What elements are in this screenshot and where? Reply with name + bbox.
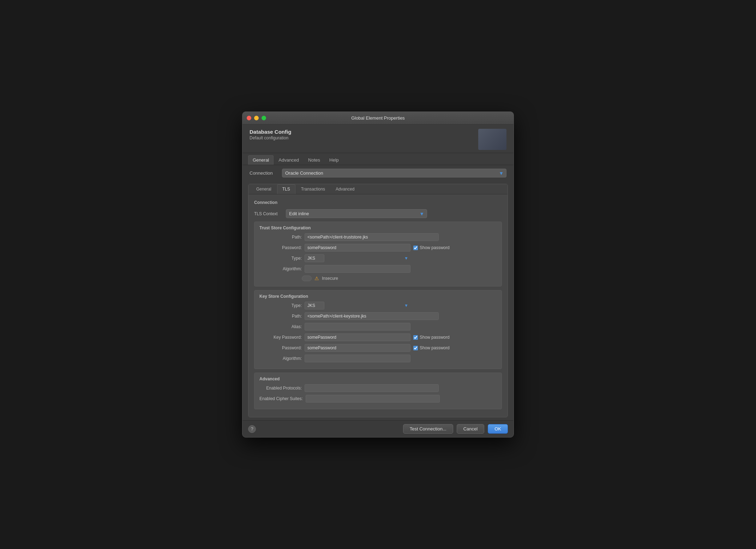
enabled-protocols-input[interactable]: [305, 384, 439, 392]
trust-type-label: Type:: [259, 256, 302, 261]
key-algorithm-input[interactable]: [305, 355, 410, 362]
insecure-toggle[interactable]: [302, 276, 312, 281]
connection-section-label: Connection: [254, 199, 502, 206]
trust-store-title: Trust Store Configuration: [259, 225, 497, 230]
key-store-title: Key Store Configuration: [259, 294, 497, 299]
trust-algorithm-row: Algorithm:: [259, 265, 497, 273]
key-password-input[interactable]: [305, 333, 410, 341]
insecure-row: ⚠ Insecure: [302, 276, 497, 281]
tls-context-row: TLS Context Edit inline ▼: [254, 209, 502, 218]
advanced-config: Advanced Enabled Protocols: Enabled Ciph…: [254, 373, 502, 409]
key-store-password-row: Password: Show password: [259, 344, 497, 352]
enabled-cipher-input[interactable]: [306, 395, 440, 403]
key-password-row: Key Password: Show password: [259, 333, 497, 341]
minimize-button[interactable]: [254, 116, 259, 120]
enabled-protocols-row: Enabled Protocols:: [259, 384, 497, 392]
trust-type-row: Type: JKS ▼: [259, 254, 497, 262]
header-info: Database Config Default configuration: [250, 129, 291, 140]
tab-general[interactable]: General: [248, 155, 274, 165]
enabled-cipher-label: Enabled Cipher Suites:: [259, 396, 303, 401]
footer-right: Test Connection... Cancel OK: [403, 424, 508, 434]
trust-type-arrow: ▼: [404, 256, 408, 261]
key-path-row: Path:: [259, 312, 497, 320]
trust-password-input[interactable]: [305, 244, 410, 252]
close-button[interactable]: [247, 116, 251, 120]
key-store-password-label: Password:: [259, 345, 302, 350]
cancel-button[interactable]: Cancel: [457, 424, 484, 434]
tls-context-select-wrapper: Edit inline ▼: [286, 209, 427, 218]
inner-tab-general[interactable]: General: [251, 184, 276, 194]
inner-tabs: General TLS Transactions Advanced: [248, 184, 508, 194]
tab-advanced[interactable]: Advanced: [274, 155, 303, 165]
inner-tab-advanced[interactable]: Advanced: [331, 184, 359, 194]
key-alias-label: Alias:: [259, 324, 302, 329]
key-path-label: Path:: [259, 314, 302, 319]
key-alias-row: Alias:: [259, 323, 497, 331]
key-store-show-password-checkbox[interactable]: [413, 346, 418, 350]
footer-left: ?: [248, 425, 256, 433]
key-alias-input[interactable]: [305, 323, 410, 331]
key-password-label: Key Password:: [259, 335, 302, 340]
connection-select-wrapper: Oracle Connection ▼: [282, 169, 506, 177]
trust-password-row: Password: Show password: [259, 244, 497, 252]
key-type-arrow: ▼: [404, 303, 408, 308]
window-controls: [247, 116, 266, 120]
trust-algorithm-input[interactable]: [305, 265, 410, 273]
key-type-row: Type: JKS ▼: [259, 302, 497, 309]
inner-content: Connection TLS Context Edit inline ▼ Tru…: [248, 194, 508, 417]
trust-password-label: Password:: [259, 245, 302, 250]
ok-button[interactable]: OK: [488, 424, 508, 434]
trust-show-password-label[interactable]: Show password: [413, 245, 450, 250]
tab-notes[interactable]: Notes: [304, 155, 324, 165]
tls-context-select[interactable]: Edit inline: [286, 209, 427, 218]
advanced-title: Advanced: [259, 376, 497, 381]
key-show-password-checkbox[interactable]: [413, 335, 418, 340]
warning-icon: ⚠: [314, 276, 319, 281]
help-button[interactable]: ?: [248, 425, 256, 433]
header-decoration: [478, 129, 506, 150]
enabled-cipher-row: Enabled Cipher Suites:: [259, 395, 497, 403]
trust-store-config: Trust Store Configuration Path: Password…: [254, 222, 502, 286]
main-tabs: General Advanced Notes Help: [242, 153, 514, 165]
window-title: Global Element Properties: [351, 115, 405, 121]
content-area: General TLS Transactions Advanced Connec…: [242, 181, 514, 420]
connection-select[interactable]: Oracle Connection: [282, 169, 506, 177]
footer: ? Test Connection... Cancel OK: [242, 420, 514, 437]
key-type-select[interactable]: JKS: [305, 302, 324, 309]
key-algorithm-row: Algorithm:: [259, 355, 497, 362]
header-subtitle: Default configuration: [250, 135, 291, 140]
inner-panel: General TLS Transactions Advanced Connec…: [248, 184, 508, 417]
test-connection-button[interactable]: Test Connection...: [403, 424, 453, 434]
key-algorithm-label: Algorithm:: [259, 356, 302, 361]
inner-tab-transactions[interactable]: Transactions: [296, 184, 330, 194]
inner-tab-tls[interactable]: TLS: [277, 184, 295, 194]
connection-label: Connection: [250, 170, 278, 176]
titlebar: Global Element Properties: [242, 112, 514, 125]
trust-type-select-wrapper: JKS ▼: [305, 254, 410, 262]
key-type-label: Type:: [259, 303, 302, 308]
key-path-input[interactable]: [305, 312, 439, 320]
trust-path-row: Path:: [259, 233, 497, 241]
tls-context-label: TLS Context: [254, 211, 282, 216]
dialog: Global Element Properties Database Confi…: [242, 111, 514, 438]
key-type-select-wrapper: JKS ▼: [305, 302, 410, 309]
trust-algorithm-label: Algorithm:: [259, 266, 302, 271]
insecure-label: Insecure: [322, 276, 338, 281]
trust-type-select[interactable]: JKS: [305, 254, 324, 262]
trust-show-password-checkbox[interactable]: [413, 246, 418, 250]
key-store-config: Key Store Configuration Type: JKS ▼ Path…: [254, 290, 502, 369]
trust-path-label: Path:: [259, 235, 302, 240]
key-store-show-password-label[interactable]: Show password: [413, 345, 450, 350]
key-show-password-label[interactable]: Show password: [413, 335, 450, 340]
connection-row: Connection Oracle Connection ▼: [242, 165, 514, 181]
trust-path-input[interactable]: [305, 233, 439, 241]
enabled-protocols-label: Enabled Protocols:: [259, 386, 302, 391]
header-title: Database Config: [250, 129, 291, 135]
tab-help[interactable]: Help: [325, 155, 343, 165]
maximize-button[interactable]: [262, 116, 266, 120]
header: Database Config Default configuration: [242, 125, 514, 153]
key-store-password-input[interactable]: [305, 344, 410, 352]
